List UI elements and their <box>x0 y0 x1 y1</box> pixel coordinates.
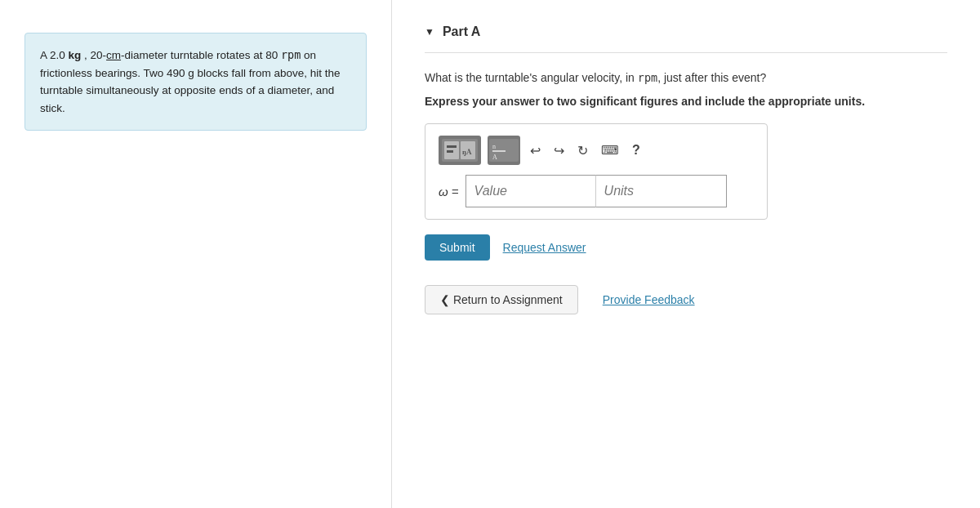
problem-box: A 2.0 kg , 20-cm-diameter turntable rota… <box>24 33 367 131</box>
collapse-arrow-icon[interactable]: ▼ <box>425 26 434 38</box>
undo-button[interactable]: ↩ <box>527 140 544 162</box>
input-row: ω = <box>439 175 754 207</box>
toolbar: ŋÅ n A ↩ ↪ <box>439 136 754 165</box>
left-panel: A 2.0 kg , 20-cm-diameter turntable rota… <box>0 0 392 508</box>
keyboard-icon: ⌨ <box>601 143 619 157</box>
svg-text:A: A <box>492 154 497 161</box>
omega-label: ω = <box>439 185 459 198</box>
provide-feedback-button[interactable]: Provide Feedback <box>603 293 695 306</box>
svg-text:ŋÅ: ŋÅ <box>462 148 472 156</box>
reset-button[interactable]: ↻ <box>574 140 591 162</box>
fraction-button[interactable]: n A <box>488 136 520 165</box>
help-icon: ? <box>632 143 640 157</box>
return-to-assignment-button[interactable]: ❮ Return to Assignment <box>425 285 578 314</box>
keyboard-button[interactable]: ⌨ <box>598 140 622 161</box>
problem-text: A 2.0 kg , 20-cm-diameter turntable rota… <box>40 49 340 114</box>
request-answer-button[interactable]: Request Answer <box>503 241 586 254</box>
help-button[interactable]: ? <box>629 140 644 161</box>
question-line1: What is the turntable's angular velocity… <box>425 69 947 87</box>
action-row: Submit Request Answer <box>425 234 947 261</box>
question-line2: Express your answer to two significant f… <box>425 93 947 110</box>
redo-button[interactable]: ↪ <box>550 140 568 162</box>
answer-box: ŋÅ n A ↩ ↪ <box>425 123 768 220</box>
value-input[interactable] <box>466 175 596 207</box>
undo-icon: ↩ <box>530 143 541 158</box>
refresh-icon: ↻ <box>577 143 588 158</box>
units-input[interactable] <box>596 175 727 207</box>
submit-button[interactable]: Submit <box>425 234 490 261</box>
redo-icon: ↪ <box>554 143 564 158</box>
svg-rect-3 <box>447 145 457 148</box>
svg-rect-4 <box>447 150 453 153</box>
svg-text:n: n <box>492 143 496 150</box>
bottom-row: ❮ Return to Assignment Provide Feedback <box>425 285 947 314</box>
right-panel: ▼ Part A What is the turntable's angular… <box>392 0 980 508</box>
part-header: ▼ Part A <box>425 16 947 53</box>
math-symbol-button[interactable]: ŋÅ <box>439 136 481 165</box>
part-title: Part A <box>443 25 481 39</box>
